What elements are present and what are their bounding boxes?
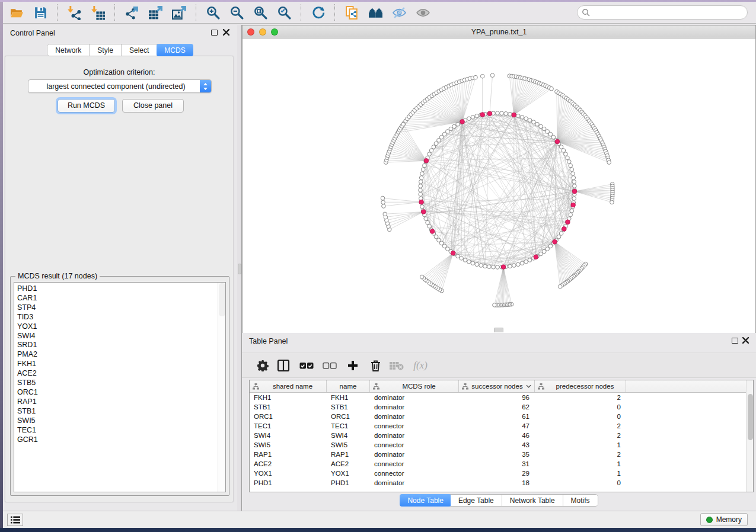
- run-mcds-button[interactable]: Run MCDS: [58, 99, 115, 113]
- mcds-result-item[interactable]: YOX1: [14, 322, 225, 332]
- zoom-out-icon[interactable]: [225, 3, 248, 22]
- tab-node-table[interactable]: Node Table: [400, 494, 451, 507]
- network-window-titlebar[interactable]: YPA_prune.txt_1: [243, 25, 755, 39]
- mcds-result-item[interactable]: STP4: [14, 303, 225, 313]
- mcds-result-item[interactable]: ORC1: [14, 388, 225, 398]
- mcds-hub-node: [430, 229, 435, 234]
- cell-predecessors: 2: [535, 421, 626, 431]
- mcds-result-item[interactable]: STB1: [14, 407, 225, 416]
- column-header-role[interactable]: MCDS role: [370, 380, 459, 392]
- criterion-select[interactable]: largest connected component (undirected): [28, 79, 212, 93]
- table-row[interactable]: TEC1TEC1connector472: [250, 421, 746, 431]
- cell-successors: 18: [459, 478, 535, 488]
- export-table-icon[interactable]: [143, 3, 167, 22]
- table-settings-icon[interactable]: [255, 358, 270, 373]
- horizontal-splitter-grip[interactable]: [494, 328, 503, 332]
- float-panel-icon[interactable]: [211, 30, 218, 36]
- save-session-icon[interactable]: [28, 3, 52, 22]
- tab-select[interactable]: Select: [122, 44, 157, 56]
- cell-shared_name: FKH1: [250, 393, 327, 402]
- table-toolbar: f(x): [242, 352, 756, 378]
- control-panel-title: Control Panel: [10, 29, 55, 37]
- close-panel-button[interactable]: Close panel: [122, 99, 184, 113]
- mcds-hub-node: [562, 227, 567, 232]
- memory-button[interactable]: Memory: [700, 513, 748, 526]
- zoom-fit-icon[interactable]: [248, 3, 272, 22]
- mcds-result-item[interactable]: ACE2: [14, 369, 225, 379]
- table-row[interactable]: ACE2ACE2connector311: [250, 459, 746, 469]
- mcds-result-list[interactable]: PHD1CAR1STP4TID3YOX1SWI4SRD1PMA2FKH1ACE2…: [14, 282, 226, 492]
- search-input[interactable]: [577, 5, 748, 20]
- show-all-icon[interactable]: [411, 3, 435, 22]
- mcds-result-item[interactable]: STB5: [14, 379, 225, 388]
- export-image-icon[interactable]: [167, 3, 191, 22]
- tab-mcds[interactable]: MCDS: [157, 44, 193, 56]
- cell-role: dominator: [370, 402, 459, 412]
- tab-network[interactable]: Network: [47, 44, 90, 56]
- table-row[interactable]: STB1STB1dominator620: [250, 402, 746, 412]
- mcds-result-item[interactable]: CAR1: [14, 294, 225, 303]
- table-body: FKH1FKH1dominator962STB1STB1dominator620…: [250, 393, 746, 488]
- table-row[interactable]: ORC1ORC1dominator610: [250, 412, 746, 421]
- mcds-result-item[interactable]: SWI5: [14, 416, 225, 426]
- tab-edge-table[interactable]: Edge Table: [451, 495, 502, 506]
- export-network-icon[interactable]: [120, 3, 143, 22]
- mcds-result-item[interactable]: FKH1: [14, 360, 225, 369]
- open-file-icon[interactable]: [5, 3, 28, 22]
- cell-role: dominator: [370, 412, 459, 421]
- import-network-icon[interactable]: [62, 3, 86, 22]
- column-header-successors[interactable]: successor nodes: [459, 380, 535, 392]
- column-header-shared_name[interactable]: shared name: [250, 380, 327, 392]
- zoom-in-icon[interactable]: [201, 3, 225, 22]
- mcds-result-item[interactable]: TID3: [14, 313, 225, 322]
- mcds-result-item[interactable]: PHD1: [14, 284, 225, 294]
- table-row[interactable]: SWI5SWI5connector431: [250, 440, 746, 450]
- splitter-grip[interactable]: [238, 264, 241, 274]
- cell-predecessors: 1: [535, 440, 626, 450]
- import-table-icon[interactable]: [86, 3, 110, 22]
- mcds-result-item[interactable]: TEC1: [14, 426, 225, 435]
- close-panel-icon[interactable]: [222, 28, 230, 36]
- delete-column-icon[interactable]: [368, 358, 383, 373]
- mcds-result-item[interactable]: SRD1: [14, 341, 225, 350]
- vertical-splitter[interactable]: [237, 25, 242, 511]
- table-row[interactable]: PHD1PHD1dominator180: [250, 478, 746, 488]
- table-row[interactable]: SWI4SWI4dominator462: [250, 431, 746, 440]
- first-neighbors-icon[interactable]: [363, 3, 387, 22]
- cell-name: ORC1: [327, 412, 370, 421]
- tab-motifs[interactable]: Motifs: [563, 495, 598, 506]
- unselect-all-columns-icon[interactable]: [322, 358, 337, 373]
- float-table-panel-icon[interactable]: [732, 338, 738, 344]
- network-canvas[interactable]: [243, 39, 755, 333]
- close-table-panel-icon[interactable]: [742, 336, 749, 344]
- zoom-selected-icon[interactable]: [272, 3, 296, 22]
- column-header-name[interactable]: name: [327, 380, 370, 392]
- table-scrollbar-thumb[interactable]: [748, 394, 753, 440]
- select-all-columns-icon[interactable]: [299, 358, 314, 373]
- cell-role: connector: [370, 469, 459, 478]
- mcds-list-scrollbar[interactable]: [218, 283, 225, 492]
- add-column-icon[interactable]: [345, 358, 361, 373]
- mcds-result-item[interactable]: SWI4: [14, 332, 225, 341]
- mcds-result-item[interactable]: RAP1: [14, 398, 225, 407]
- mcds-result-item[interactable]: GCR1: [14, 435, 225, 445]
- main-toolbar: [0, 2, 756, 24]
- mcds-result-item[interactable]: PMA2: [14, 350, 225, 360]
- cell-role: connector: [370, 459, 459, 469]
- hide-selected-icon[interactable]: [387, 3, 411, 22]
- show-column-icon[interactable]: [276, 358, 291, 373]
- apply-layout-icon[interactable]: [306, 3, 330, 22]
- tab-network-table[interactable]: Network Table: [502, 495, 563, 506]
- table-scrollbar[interactable]: [746, 380, 753, 492]
- cell-successors: 43: [459, 440, 535, 450]
- table-row[interactable]: RAP1RAP1dominator352: [250, 450, 746, 459]
- column-header-predecessors[interactable]: predecessor nodes: [535, 380, 626, 392]
- cell-shared_name: PHD1: [250, 478, 327, 488]
- cell-successors: 29: [459, 469, 535, 478]
- task-history-button[interactable]: [7, 514, 23, 526]
- table-row[interactable]: YOX1YOX1connector291: [250, 469, 746, 478]
- tab-style[interactable]: Style: [90, 44, 122, 56]
- table-header-row: shared namenameMCDS rolesuccessor nodesp…: [250, 380, 746, 393]
- copy-network-icon[interactable]: [340, 3, 363, 22]
- table-row[interactable]: FKH1FKH1dominator962: [250, 393, 746, 402]
